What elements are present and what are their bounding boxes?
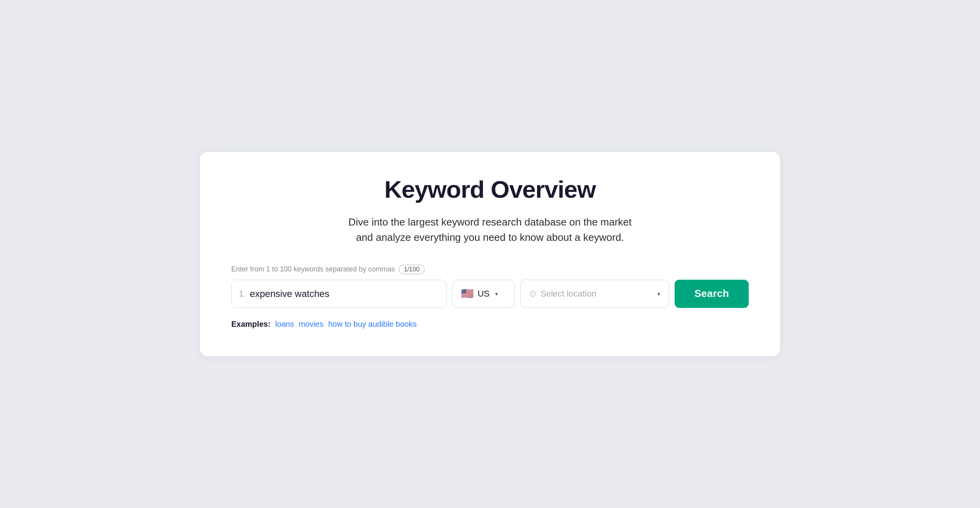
country-selector[interactable]: 🇺🇸 US ▾: [452, 280, 515, 308]
country-chevron-icon: ▾: [495, 291, 498, 297]
location-chevron-icon: ▾: [657, 291, 660, 297]
keyword-input-wrapper[interactable]: 1.: [231, 280, 446, 308]
country-flag: 🇺🇸: [461, 288, 474, 300]
location-placeholder-text: Select location: [540, 289, 652, 299]
example-link-audible[interactable]: how to buy audible books: [328, 320, 417, 329]
keyword-count-badge: 1/100: [399, 265, 425, 274]
example-link-loans[interactable]: loans: [275, 320, 294, 329]
keyword-count-label: Enter from 1 to 100 keywords separated b…: [231, 265, 749, 274]
example-link-movies[interactable]: movies: [299, 320, 323, 329]
main-card: Keyword Overview Dive into the largest k…: [200, 152, 780, 356]
keyword-input[interactable]: [250, 288, 439, 299]
search-button[interactable]: Search: [675, 280, 749, 308]
keyword-number: 1.: [239, 289, 246, 299]
location-selector[interactable]: ⊙ Select location ▾: [520, 280, 669, 308]
examples-label: Examples:: [231, 320, 270, 329]
location-pin-icon: ⊙: [529, 289, 536, 299]
page-title: Keyword Overview: [231, 175, 749, 203]
search-row: 1. 🇺🇸 US ▾ ⊙ Select location ▾ Search: [231, 280, 749, 308]
examples-row: Examples: loans movies how to buy audibl…: [231, 320, 749, 329]
subtitle: Dive into the largest keyword research d…: [231, 215, 749, 245]
country-code: US: [477, 289, 490, 299]
